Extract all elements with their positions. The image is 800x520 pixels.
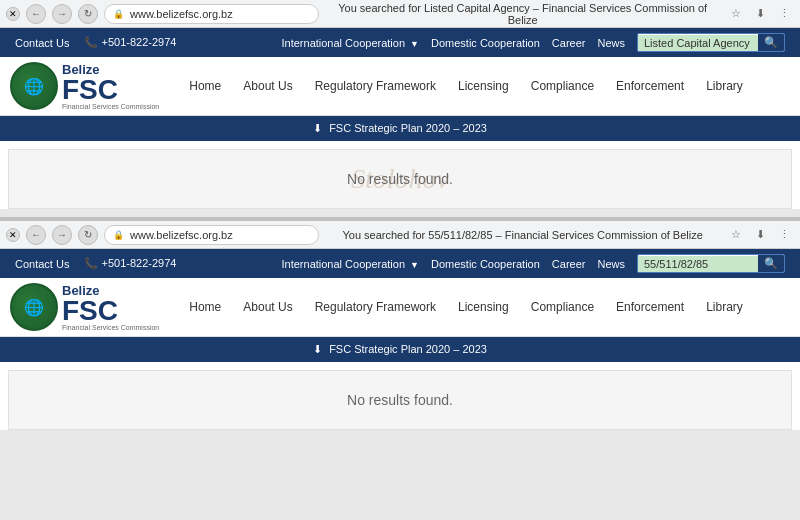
intl-coop-dropdown-arrow: ▼ [410,39,419,49]
nav-licensing-1[interactable]: Licensing [448,71,519,101]
address-bar-1[interactable]: 🔒 www.belizefsc.org.bz [104,4,319,24]
top-bar-left-1: Contact Us 📞 +501-822-2974 [15,36,176,49]
career-link[interactable]: Career [552,37,586,49]
search-input-1[interactable] [638,35,758,51]
address-bar-2[interactable]: 🔒 www.belizefsc.org.bz [104,225,319,245]
intl-coop-link-2[interactable]: International Cooperation ▼ [282,258,420,270]
contact-us-link-2[interactable]: Contact Us [15,258,69,270]
browser-window-1: ✕ ← → ↻ 🔒 www.belizefsc.org.bz You searc… [0,0,800,209]
contact-us-link[interactable]: Contact Us [15,37,69,49]
main-nav-2: 🌐 Belize FSC Financial Services Commissi… [0,278,800,337]
logo-sub-2: Financial Services Commission [62,324,159,331]
nav-home-2[interactable]: Home [179,292,231,322]
news-link[interactable]: News [597,37,625,49]
top-bar-1: Contact Us 📞 +501-822-2974 International… [0,28,800,57]
banner-text-1: FSC Strategic Plan 2020 – 2023 [329,122,487,134]
logo-text-2: Belize FSC Financial Services Commission [62,283,159,330]
top-bar-2: Contact Us 📞 +501-822-2974 International… [0,249,800,278]
nav-compliance-2[interactable]: Compliance [521,292,604,322]
nav-library-1[interactable]: Library [696,71,753,101]
browser-chrome-1: ✕ ← → ↻ 🔒 www.belizefsc.org.bz You searc… [0,0,800,28]
nav-regulatory-1[interactable]: Regulatory Framework [305,71,446,101]
download-icon-2[interactable]: ⬇ [750,225,770,245]
browser-chrome-2: ✕ ← → ↻ 🔒 www.belizefsc.org.bz You searc… [0,221,800,249]
domestic-coop-link-2[interactable]: Domestic Cooperation [431,258,540,270]
logo-fsc: FSC [62,77,159,102]
top-bar-right-1: International Cooperation ▼ Domestic Coo… [282,33,786,52]
news-link-2[interactable]: News [597,258,625,270]
window-controls: ✕ [6,7,20,21]
browser-action-buttons-2: ☆ ⬇ ⋮ [726,225,794,245]
nav-compliance-1[interactable]: Compliance [521,71,604,101]
content-area-container-1: No results found. Stolohov [0,149,800,209]
logo-text-1: Belize FSC Financial Services Commission [62,62,159,109]
menu-icon[interactable]: ⋮ [774,4,794,24]
forward-button[interactable]: → [52,4,72,24]
bookmark-icon[interactable]: ☆ [726,4,746,24]
content-area-1: No results found. [8,149,792,209]
intl-coop-dropdown-arrow-2: ▼ [410,260,419,270]
logo-emblem: 🌐 [24,77,44,96]
nav-regulatory-2[interactable]: Regulatory Framework [305,292,446,322]
nav-links-1: Home About Us Regulatory Framework Licen… [179,71,753,101]
logo-fsc-2: FSC [62,298,159,323]
url-text: www.belizefsc.org.bz [130,8,233,20]
close-btn-2[interactable]: ✕ [6,228,20,242]
phone-number: 📞 +501-822-2974 [84,36,176,49]
logo-1[interactable]: 🌐 Belize FSC Financial Services Commissi… [10,62,159,110]
search-input-2[interactable] [638,256,758,272]
banner-1[interactable]: ⬇ FSC Strategic Plan 2020 – 2023 [0,116,800,141]
nav-enforcement-1[interactable]: Enforcement [606,71,694,101]
logo-sub: Financial Services Commission [62,103,159,110]
nav-about-2[interactable]: About Us [233,292,302,322]
top-bar-left-2: Contact Us 📞 +501-822-2974 [15,257,176,270]
nav-licensing-2[interactable]: Licensing [448,292,519,322]
website-2: Contact Us 📞 +501-822-2974 International… [0,249,800,430]
search-result-label-2: You searched for 55/511/82/85 – Financia… [325,229,720,241]
menu-icon-2[interactable]: ⋮ [774,225,794,245]
top-bar-right-2: International Cooperation ▼ Domestic Coo… [282,254,786,273]
no-results-2: No results found. [347,392,453,408]
forward-button-2[interactable]: → [52,225,72,245]
close-btn[interactable]: ✕ [6,7,20,21]
domestic-coop-link[interactable]: Domestic Cooperation [431,37,540,49]
logo-2[interactable]: 🌐 Belize FSC Financial Services Commissi… [10,283,159,331]
main-nav-1: 🌐 Belize FSC Financial Services Commissi… [0,57,800,116]
no-results-1: No results found. [347,171,453,187]
back-button[interactable]: ← [26,4,46,24]
search-box-1[interactable]: 🔍 [637,33,785,52]
reload-button-2[interactable]: ↻ [78,225,98,245]
phone-number-2: 📞 +501-822-2974 [84,257,176,270]
search-result-label: You searched for Listed Capital Agency –… [325,2,720,26]
logo-circle-2: 🌐 [10,283,58,331]
nav-home-1[interactable]: Home [179,71,231,101]
logo-emblem-2: 🌐 [24,298,44,317]
nav-links-2: Home About Us Regulatory Framework Licen… [179,292,753,322]
browser-action-buttons: ☆ ⬇ ⋮ [726,4,794,24]
banner-2[interactable]: ⬇ FSC Strategic Plan 2020 – 2023 [0,337,800,362]
search-submit-2[interactable]: 🔍 [758,255,784,272]
lock-icon-2: 🔒 [113,230,124,240]
bookmark-icon-2[interactable]: ☆ [726,225,746,245]
back-button-2[interactable]: ← [26,225,46,245]
nav-library-2[interactable]: Library [696,292,753,322]
download-banner-icon-1: ⬇ [313,122,322,134]
browser-window-2: ✕ ← → ↻ 🔒 www.belizefsc.org.bz You searc… [0,221,800,430]
logo-circle-1: 🌐 [10,62,58,110]
banner-text-2: FSC Strategic Plan 2020 – 2023 [329,343,487,355]
website-1: Contact Us 📞 +501-822-2974 International… [0,28,800,209]
download-icon[interactable]: ⬇ [750,4,770,24]
reload-button[interactable]: ↻ [78,4,98,24]
content-area-2: No results found. [8,370,792,430]
intl-coop-link[interactable]: International Cooperation ▼ [282,37,420,49]
lock-icon: 🔒 [113,9,124,19]
window-controls-2: ✕ [6,228,20,242]
search-box-2[interactable]: 🔍 [637,254,785,273]
career-link-2[interactable]: Career [552,258,586,270]
search-submit-1[interactable]: 🔍 [758,34,784,51]
url-text-2: www.belizefsc.org.bz [130,229,233,241]
nav-about-1[interactable]: About Us [233,71,302,101]
download-banner-icon-2: ⬇ [313,343,322,355]
nav-enforcement-2[interactable]: Enforcement [606,292,694,322]
